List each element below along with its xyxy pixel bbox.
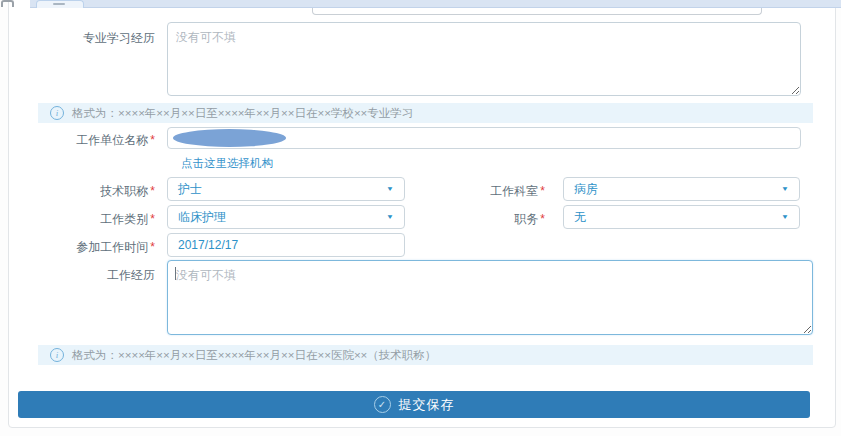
- cropped-tab-strip: [30, 0, 841, 8]
- unit-name-label: 工作单位名称*: [20, 132, 155, 149]
- work-category-select[interactable]: 临床护理 ▼: [167, 205, 405, 229]
- study-experience-textarea[interactable]: [167, 22, 801, 96]
- work-experience-textarea[interactable]: [167, 260, 813, 335]
- chevron-down-icon: ▼: [781, 185, 789, 192]
- study-format-hint-text: 格式为：××××年××月××日至××××年××月××日在××学校××专业学习: [72, 106, 413, 121]
- text-cursor: [175, 267, 176, 280]
- work-experience-label: 工作经历: [20, 267, 155, 284]
- check-circle-icon: ✓: [374, 396, 391, 413]
- page: 专业学习经历 i 格式为：××××年××月××日至××××年××月××日在××学…: [0, 0, 841, 436]
- tech-title-label-text: 技术职称: [100, 184, 148, 198]
- submit-save-label: 提交保存: [399, 396, 455, 414]
- duty-select[interactable]: 无 ▼: [563, 205, 800, 229]
- tech-title-select[interactable]: 护士 ▼: [167, 177, 405, 201]
- department-label-text: 工作科室: [490, 184, 538, 198]
- required-marker: *: [150, 184, 155, 198]
- tech-title-value: 护士: [178, 181, 202, 198]
- unit-name-label-text: 工作单位名称: [76, 133, 148, 147]
- work-experience-label-text: 工作经历: [107, 268, 155, 282]
- required-marker: *: [540, 212, 545, 226]
- required-marker: *: [150, 212, 155, 226]
- duty-label-text: 职务: [514, 212, 538, 226]
- department-select[interactable]: 病房 ▼: [563, 177, 800, 201]
- work-experience-field-wrap: [167, 260, 813, 335]
- required-marker: *: [540, 184, 545, 198]
- chevron-down-icon: ▼: [386, 185, 394, 192]
- work-category-label: 工作类别*: [20, 211, 155, 228]
- submit-save-button[interactable]: ✓ 提交保存: [18, 391, 810, 418]
- start-date-label-text: 参加工作时间: [76, 240, 148, 254]
- department-label: 工作科室*: [420, 183, 545, 200]
- start-date-label: 参加工作时间*: [20, 239, 155, 256]
- study-format-hint-bar: i 格式为：××××年××月××日至××××年××月××日在××学校××专业学习: [38, 103, 813, 123]
- duty-label: 职务*: [420, 211, 545, 228]
- study-experience-label-text: 专业学习经历: [83, 31, 155, 45]
- duty-value: 无: [574, 209, 586, 226]
- required-marker: *: [150, 133, 155, 147]
- cropped-tab[interactable]: [36, 0, 84, 8]
- study-experience-field-wrap: [167, 22, 801, 96]
- choose-organization-link[interactable]: 点击这里选择机构: [181, 156, 273, 171]
- tech-title-label: 技术职称*: [20, 183, 155, 200]
- department-value: 病房: [574, 181, 598, 198]
- redaction-blob: [173, 129, 286, 147]
- chevron-down-icon: ▼: [781, 213, 789, 220]
- work-format-hint-bar: i 格式为：××××年××月××日至××××年××月××日在××医院××（技术职…: [38, 345, 813, 365]
- info-icon: i: [50, 106, 64, 120]
- info-icon: i: [50, 348, 64, 362]
- tab-dash-icon: [53, 3, 65, 5]
- start-date-input[interactable]: [167, 233, 405, 257]
- cropped-corner-fragment: [1, 0, 14, 7]
- required-marker: *: [150, 240, 155, 254]
- work-category-label-text: 工作类别: [100, 212, 148, 226]
- work-format-hint-text: 格式为：××××年××月××日至××××年××月××日在××医院××（技术职称）: [72, 348, 436, 363]
- work-category-value: 临床护理: [178, 209, 226, 226]
- chevron-down-icon: ▼: [386, 213, 394, 220]
- study-experience-label: 专业学习经历: [20, 30, 155, 47]
